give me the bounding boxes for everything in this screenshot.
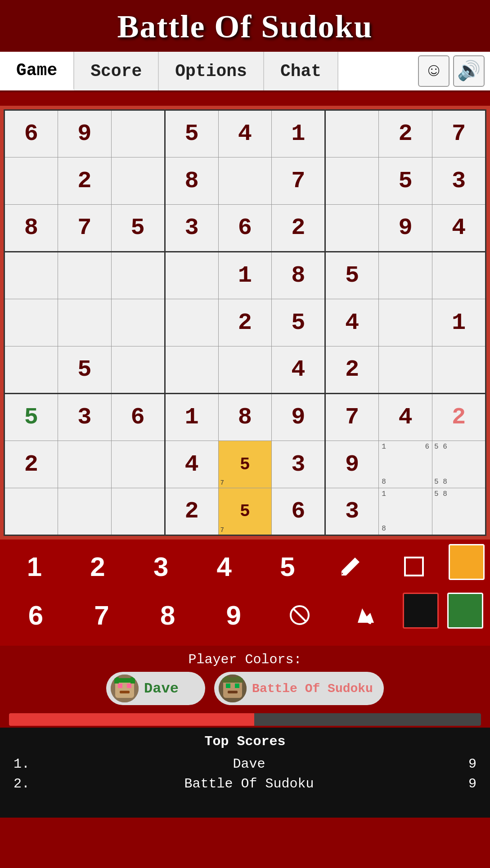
cell-5-2[interactable] xyxy=(111,346,165,394)
cell-1-3[interactable]: 8 xyxy=(165,157,218,205)
numpad-5[interactable]: 5 xyxy=(259,544,316,589)
cell-2-6[interactable] xyxy=(325,205,379,252)
cell-5-5[interactable]: 4 xyxy=(272,346,325,394)
cell-8-6[interactable]: 3 xyxy=(325,488,379,535)
cell-8-3[interactable]: 2 xyxy=(165,488,218,535)
cell-7-0[interactable]: 2 xyxy=(4,441,58,488)
cell-2-3[interactable]: 3 xyxy=(165,205,218,252)
cell-8-4[interactable]: 57 xyxy=(218,488,272,535)
cell-8-5[interactable]: 6 xyxy=(272,488,325,535)
numpad-9[interactable]: 9 xyxy=(205,593,262,638)
numpad-7[interactable]: 7 xyxy=(73,593,130,638)
color-swatch-black[interactable] xyxy=(403,593,439,629)
cell-1-6[interactable] xyxy=(325,157,379,205)
cell-3-5[interactable]: 8 xyxy=(272,252,325,299)
numpad-fill[interactable] xyxy=(337,593,394,638)
cell-1-7[interactable]: 5 xyxy=(379,157,432,205)
cell-2-2[interactable]: 5 xyxy=(111,205,165,252)
tab-game[interactable]: Game xyxy=(0,52,74,90)
cell-7-7[interactable]: 1 6 8 xyxy=(379,441,432,488)
cell-2-0[interactable]: 8 xyxy=(4,205,58,252)
cell-4-5[interactable]: 5 xyxy=(272,299,325,346)
cell-1-0[interactable] xyxy=(4,157,58,205)
numpad-6[interactable]: 6 xyxy=(7,593,64,638)
numpad-clear[interactable] xyxy=(271,593,328,638)
numpad-3[interactable]: 3 xyxy=(132,544,190,589)
cell-5-1[interactable]: 5 xyxy=(58,346,111,394)
cell-3-3[interactable] xyxy=(165,252,218,299)
cell-5-8[interactable] xyxy=(432,346,486,394)
cell-5-4[interactable] xyxy=(218,346,272,394)
cell-0-2[interactable] xyxy=(111,110,165,157)
color-swatch-green[interactable] xyxy=(447,593,483,629)
cell-6-7[interactable]: 4 xyxy=(379,394,432,441)
cell-8-2[interactable] xyxy=(111,488,165,535)
cell-4-7[interactable] xyxy=(379,299,432,346)
cell-6-3[interactable]: 1 xyxy=(165,394,218,441)
cell-6-5[interactable]: 9 xyxy=(272,394,325,441)
cell-7-6[interactable]: 9 xyxy=(325,441,379,488)
numpad-4[interactable]: 4 xyxy=(195,544,253,589)
color-swatch-orange[interactable] xyxy=(449,544,485,580)
cell-6-6[interactable]: 7 xyxy=(325,394,379,441)
cell-1-4[interactable] xyxy=(218,157,272,205)
cell-7-1[interactable] xyxy=(58,441,111,488)
cell-5-6[interactable]: 2 xyxy=(325,346,379,394)
cell-0-7[interactable]: 2 xyxy=(379,110,432,157)
cell-3-0[interactable] xyxy=(4,252,58,299)
numpad-pencil[interactable] xyxy=(322,544,379,589)
cell-4-3[interactable] xyxy=(165,299,218,346)
cell-6-8[interactable]: 2 xyxy=(432,394,486,441)
tab-options[interactable]: Options xyxy=(159,52,264,90)
cell-6-4[interactable]: 8 xyxy=(218,394,272,441)
numpad-2[interactable]: 2 xyxy=(69,544,126,589)
cell-2-8[interactable]: 4 xyxy=(432,205,486,252)
cell-0-6[interactable] xyxy=(325,110,379,157)
cell-3-2[interactable] xyxy=(111,252,165,299)
numpad-1[interactable]: 1 xyxy=(5,544,63,589)
cell-1-1[interactable]: 2 xyxy=(58,157,111,205)
cell-6-2[interactable]: 6 xyxy=(111,394,165,441)
cell-4-8[interactable]: 1 xyxy=(432,299,486,346)
cell-7-2[interactable] xyxy=(111,441,165,488)
cell-8-1[interactable] xyxy=(58,488,111,535)
numpad-8[interactable]: 8 xyxy=(139,593,197,638)
cell-6-0[interactable]: 5 xyxy=(4,394,58,441)
cell-0-0[interactable]: 6 xyxy=(4,110,58,157)
cell-0-5[interactable]: 1 xyxy=(272,110,325,157)
cell-4-4[interactable]: 2 xyxy=(218,299,272,346)
tab-score[interactable]: Score xyxy=(74,52,159,90)
cell-4-1[interactable] xyxy=(58,299,111,346)
cell-7-8[interactable]: 5 6 5 8 xyxy=(432,441,486,488)
cell-4-6[interactable]: 4 xyxy=(325,299,379,346)
cell-5-7[interactable] xyxy=(379,346,432,394)
cell-0-8[interactable]: 7 xyxy=(432,110,486,157)
cell-0-4[interactable]: 4 xyxy=(218,110,272,157)
cell-4-0[interactable] xyxy=(4,299,58,346)
cell-2-5[interactable]: 2 xyxy=(272,205,325,252)
sound-icon-button[interactable]: 🔊 xyxy=(453,55,485,87)
cell-3-4[interactable]: 1 xyxy=(218,252,272,299)
cell-8-0[interactable] xyxy=(4,488,58,535)
cell-1-8[interactable]: 3 xyxy=(432,157,486,205)
emoji-icon-button[interactable]: ☺ xyxy=(418,55,450,87)
cell-5-0[interactable] xyxy=(4,346,58,394)
numpad-square[interactable] xyxy=(385,544,443,589)
cell-5-3[interactable] xyxy=(165,346,218,394)
cell-1-5[interactable]: 7 xyxy=(272,157,325,205)
cell-3-8[interactable] xyxy=(432,252,486,299)
cell-8-8[interactable]: 5 8 xyxy=(432,488,486,535)
cell-3-7[interactable] xyxy=(379,252,432,299)
cell-8-7[interactable]: 1 8 xyxy=(379,488,432,535)
cell-3-1[interactable] xyxy=(58,252,111,299)
cell-0-3[interactable]: 5 xyxy=(165,110,218,157)
cell-2-7[interactable]: 9 xyxy=(379,205,432,252)
cell-3-6[interactable]: 5 xyxy=(325,252,379,299)
cell-6-1[interactable]: 3 xyxy=(58,394,111,441)
cell-0-1[interactable]: 9 xyxy=(58,110,111,157)
cell-7-5[interactable]: 3 xyxy=(272,441,325,488)
cell-2-1[interactable]: 7 xyxy=(58,205,111,252)
cell-4-2[interactable] xyxy=(111,299,165,346)
cell-7-3[interactable]: 4 xyxy=(165,441,218,488)
tab-chat[interactable]: Chat xyxy=(264,52,338,90)
